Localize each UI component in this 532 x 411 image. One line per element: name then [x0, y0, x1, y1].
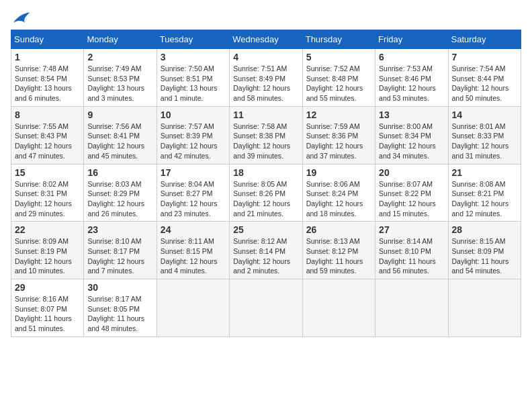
sunrise-text: Sunrise: 7:54 AM: [452, 64, 517, 74]
calendar-cell: 25Sunrise: 8:12 AMSunset: 8:14 PMDayligh…: [230, 222, 302, 279]
daylight-text: Daylight: 11 hours and 56 minutes.: [379, 257, 444, 276]
sunset-text: Sunset: 8:43 PM: [15, 131, 80, 141]
day-info: Sunrise: 7:55 AMSunset: 8:43 PMDaylight:…: [15, 122, 80, 161]
calendar-cell: 26Sunrise: 8:13 AMSunset: 8:12 PMDayligh…: [302, 222, 375, 279]
sunrise-text: Sunrise: 8:15 AM: [452, 236, 517, 246]
sunset-text: Sunset: 8:38 PM: [233, 131, 298, 141]
day-number: 7: [452, 52, 517, 62]
sunset-text: Sunset: 8:44 PM: [452, 74, 517, 84]
page-header: [11, 11, 521, 23]
sunset-text: Sunset: 8:07 PM: [15, 304, 80, 314]
daylight-text: Daylight: 12 hours and 55 minutes.: [306, 83, 371, 103]
daylight-text: Daylight: 12 hours and 12 minutes.: [452, 199, 517, 218]
day-number: 21: [452, 167, 517, 178]
sunrise-text: Sunrise: 7:58 AM: [233, 122, 298, 132]
calendar-cell: [302, 279, 375, 337]
daylight-text: Daylight: 12 hours and 34 minutes.: [379, 141, 444, 161]
daylight-text: Daylight: 12 hours and 58 minutes.: [233, 83, 298, 103]
sunset-text: Sunset: 8:51 PM: [161, 74, 226, 84]
daylight-text: Daylight: 12 hours and 21 minutes.: [233, 199, 298, 218]
sunset-text: Sunset: 8:33 PM: [452, 131, 517, 141]
day-number: 6: [379, 52, 444, 62]
sunrise-text: Sunrise: 8:10 AM: [87, 236, 152, 246]
sunrise-text: Sunrise: 8:01 AM: [452, 122, 517, 132]
day-info: Sunrise: 7:57 AMSunset: 8:39 PMDaylight:…: [161, 122, 226, 161]
daylight-text: Daylight: 12 hours and 47 minutes.: [15, 141, 80, 161]
sunset-text: Sunset: 8:29 PM: [87, 189, 152, 199]
day-info: Sunrise: 8:02 AMSunset: 8:31 PMDaylight:…: [15, 179, 80, 219]
calendar-body: 1Sunrise: 7:48 AMSunset: 8:54 PMDaylight…: [11, 49, 521, 337]
sunset-text: Sunset: 8:15 PM: [161, 246, 226, 257]
calendar-cell: [230, 279, 302, 337]
day-info: Sunrise: 8:08 AMSunset: 8:21 PMDaylight:…: [452, 179, 517, 219]
sunrise-text: Sunrise: 8:11 AM: [161, 236, 226, 246]
day-info: Sunrise: 8:09 AMSunset: 8:19 PMDaylight:…: [15, 236, 80, 276]
sunrise-text: Sunrise: 8:05 AM: [233, 179, 298, 189]
sunset-text: Sunset: 8:49 PM: [233, 74, 298, 84]
day-info: Sunrise: 8:04 AMSunset: 8:27 PMDaylight:…: [161, 179, 226, 219]
calendar-cell: [157, 279, 229, 337]
calendar-week-row: 29Sunrise: 8:16 AMSunset: 8:07 PMDayligh…: [11, 279, 521, 337]
sunrise-text: Sunrise: 8:07 AM: [379, 179, 444, 189]
logo: [11, 11, 31, 23]
sunrise-text: Sunrise: 7:55 AM: [15, 122, 80, 132]
day-info: Sunrise: 7:49 AMSunset: 8:53 PMDaylight:…: [87, 64, 152, 103]
sunset-text: Sunset: 8:12 PM: [306, 246, 371, 257]
calendar-cell: 16Sunrise: 8:03 AMSunset: 8:29 PMDayligh…: [84, 164, 157, 222]
day-number: 22: [15, 224, 80, 235]
daylight-text: Daylight: 12 hours and 45 minutes.: [87, 141, 152, 161]
day-info: Sunrise: 7:51 AMSunset: 8:49 PMDaylight:…: [233, 64, 298, 103]
sunset-text: Sunset: 8:22 PM: [379, 189, 444, 199]
sunrise-text: Sunrise: 8:03 AM: [87, 179, 152, 189]
daylight-text: Daylight: 13 hours and 3 minutes.: [87, 83, 152, 103]
day-number: 18: [233, 167, 298, 178]
day-number: 5: [306, 52, 371, 62]
day-number: 2: [87, 52, 152, 62]
daylight-text: Daylight: 12 hours and 53 minutes.: [379, 83, 444, 103]
sunrise-text: Sunrise: 8:17 AM: [87, 294, 152, 304]
day-info: Sunrise: 7:48 AMSunset: 8:54 PMDaylight:…: [15, 64, 80, 103]
daylight-text: Daylight: 12 hours and 39 minutes.: [233, 141, 298, 161]
calendar-cell: 4Sunrise: 7:51 AMSunset: 8:49 PMDaylight…: [230, 49, 302, 107]
sunrise-text: Sunrise: 8:02 AM: [15, 179, 80, 189]
sunset-text: Sunset: 8:48 PM: [306, 74, 371, 84]
daylight-text: Daylight: 11 hours and 54 minutes.: [452, 257, 517, 276]
day-info: Sunrise: 7:58 AMSunset: 8:38 PMDaylight:…: [233, 122, 298, 161]
sunset-text: Sunset: 8:26 PM: [233, 189, 298, 199]
calendar-week-row: 15Sunrise: 8:02 AMSunset: 8:31 PMDayligh…: [11, 164, 521, 222]
sunrise-text: Sunrise: 8:09 AM: [15, 236, 80, 246]
sunrise-text: Sunrise: 7:59 AM: [306, 122, 371, 132]
daylight-text: Daylight: 13 hours and 6 minutes.: [15, 83, 80, 103]
sunset-text: Sunset: 8:17 PM: [87, 246, 152, 257]
sunset-text: Sunset: 8:36 PM: [306, 131, 371, 141]
sunrise-text: Sunrise: 8:14 AM: [379, 236, 444, 246]
day-number: 11: [233, 109, 298, 120]
day-number: 16: [87, 167, 152, 178]
calendar-header-row: SundayMondayTuesdayWednesdayThursdayFrid…: [11, 30, 521, 49]
calendar-cell: 7Sunrise: 7:54 AMSunset: 8:44 PMDaylight…: [448, 49, 521, 107]
daylight-text: Daylight: 12 hours and 37 minutes.: [306, 141, 371, 161]
day-info: Sunrise: 7:50 AMSunset: 8:51 PMDaylight:…: [161, 64, 226, 103]
daylight-text: Daylight: 12 hours and 2 minutes.: [233, 257, 298, 276]
calendar-cell: 10Sunrise: 7:57 AMSunset: 8:39 PMDayligh…: [157, 106, 229, 164]
calendar-table: SundayMondayTuesdayWednesdayThursdayFrid…: [11, 30, 521, 337]
calendar-cell: 3Sunrise: 7:50 AMSunset: 8:51 PMDaylight…: [157, 49, 229, 107]
day-info: Sunrise: 8:15 AMSunset: 8:09 PMDaylight:…: [452, 236, 517, 276]
calendar-header-monday: Monday: [84, 30, 157, 49]
day-info: Sunrise: 8:10 AMSunset: 8:17 PMDaylight:…: [87, 236, 152, 276]
calendar-cell: 24Sunrise: 8:11 AMSunset: 8:15 PMDayligh…: [157, 222, 229, 279]
calendar-cell: 21Sunrise: 8:08 AMSunset: 8:21 PMDayligh…: [448, 164, 521, 222]
calendar-cell: 18Sunrise: 8:05 AMSunset: 8:26 PMDayligh…: [230, 164, 302, 222]
daylight-text: Daylight: 11 hours and 51 minutes.: [15, 314, 80, 333]
sunset-text: Sunset: 8:21 PM: [452, 189, 517, 199]
sunrise-text: Sunrise: 7:50 AM: [161, 64, 226, 74]
day-number: 26: [306, 224, 371, 235]
calendar-cell: 17Sunrise: 8:04 AMSunset: 8:27 PMDayligh…: [157, 164, 229, 222]
calendar-cell: 19Sunrise: 8:06 AMSunset: 8:24 PMDayligh…: [302, 164, 375, 222]
calendar-cell: [375, 279, 448, 337]
calendar-cell: 2Sunrise: 7:49 AMSunset: 8:53 PMDaylight…: [84, 49, 157, 107]
daylight-text: Daylight: 13 hours and 1 minute.: [161, 83, 226, 103]
day-number: 23: [87, 224, 152, 235]
sunrise-text: Sunrise: 8:06 AM: [306, 179, 371, 189]
sunset-text: Sunset: 8:10 PM: [379, 246, 444, 257]
